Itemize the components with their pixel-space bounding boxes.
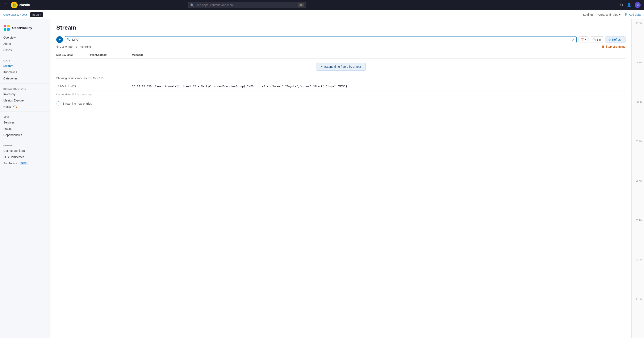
refresh-button[interactable]: ↻ Refresh: [605, 36, 626, 43]
sidebar-label-overview: Overview: [3, 36, 16, 39]
add-data-button[interactable]: 🗄 Add data: [625, 13, 641, 16]
secondary-nav: Observability › Logs › Stream Settings A…: [0, 10, 644, 19]
highlights-icon: 🏷: [76, 45, 78, 48]
top-bar-right: ⚙ 👤 D: [620, 2, 641, 8]
sidebar: Observability Overview Alerts Cases Logs…: [0, 19, 50, 338]
timeline-03am: 03 AM: [632, 139, 644, 143]
time-label: 1 m: [597, 38, 602, 41]
calendar-button[interactable]: 📅 ▾: [578, 36, 589, 43]
sidebar-divider-2: [0, 83, 50, 83]
sidebar-item-anomalies[interactable]: Anomalies: [0, 69, 50, 75]
sidebar-item-overview[interactable]: Overview: [0, 34, 50, 41]
pause-icon: ⏸: [602, 45, 604, 48]
highlights-filter[interactable]: 🏷 Highlights: [76, 45, 91, 48]
sidebar-label-cases: Cases: [3, 48, 12, 52]
sidebar-item-metrics-explorer[interactable]: Metrics Explorer: [0, 97, 50, 104]
settings-link[interactable]: Settings: [583, 13, 594, 16]
log-timestamp: 15:27:13.340: [56, 84, 90, 87]
sidebar-label-anomalies: Anomalies: [3, 70, 17, 74]
sidebar-item-services[interactable]: Services: [0, 119, 50, 126]
col-header-message: Message: [132, 53, 626, 56]
clear-search-button[interactable]: ✕: [572, 38, 574, 42]
sidebar-label-inventory: Inventory: [3, 92, 16, 96]
breadcrumb-observability[interactable]: Observability: [3, 13, 19, 16]
sidebar-section-apm: APM: [0, 113, 50, 119]
sidebar-brand-label: Observability: [12, 26, 32, 29]
timeline-09am: 09 AM: [632, 218, 644, 221]
col-header-date: Dec 19, 2023: [56, 53, 90, 56]
timeline-06am: 06 AM: [632, 179, 644, 182]
loading-spinner: [56, 102, 60, 106]
sidebar-label-stream: Stream: [3, 64, 13, 67]
stop-streaming-label: Stop streaming: [606, 45, 626, 48]
chevron-down-icon: ▾: [619, 13, 620, 16]
time-controls: 📅 ▾ 🕐 1 m ↻ Refresh: [578, 36, 626, 43]
svg-point-3: [12, 3, 14, 7]
table-row[interactable]: 15:27:13.340 15:27:12.830 [Camel (camel-…: [56, 82, 626, 91]
sidebar-item-inventory[interactable]: Inventory: [0, 91, 50, 97]
gear-icon[interactable]: ⚙: [620, 3, 624, 7]
sidebar-item-tls-certificates[interactable]: TLS Certificates: [0, 154, 50, 160]
sidebar-item-dependencies[interactable]: Dependencies: [0, 132, 50, 138]
top-bar: ☰ elastic 🔍 ⌘/ ⚙ 👤 D: [0, 0, 644, 10]
extend-timeframe-button[interactable]: ∧ Extend time frame by 1 hour: [316, 63, 366, 71]
search-shortcut: ⌘/: [298, 3, 304, 7]
main-content: Stream + 🔍 ✕ 📅 ▾ 🕐 1 m ↻ Refr: [50, 19, 632, 338]
filter-bar: + 🔍 ✕ 📅 ▾ 🕐 1 m ↻ Refresh: [56, 36, 626, 43]
sidebar-brand: Observability: [0, 23, 50, 34]
sidebar-divider-1: [0, 55, 50, 55]
sidebar-divider-3: [0, 112, 50, 112]
sidebar-item-cases[interactable]: Cases: [0, 47, 50, 53]
customize-label: Customize: [60, 45, 72, 48]
sidebar-label-synthetics: Synthetics: [3, 162, 17, 165]
user-icon[interactable]: 👤: [627, 3, 632, 7]
global-search-container: 🔍 ⌘/: [188, 2, 306, 8]
beta-badge: BETA: [20, 162, 28, 165]
avatar[interactable]: D: [635, 2, 641, 8]
table-header: Dec 19, 2023 event.dataset Message: [56, 52, 626, 58]
alerts-rules-button[interactable]: Alerts and rules ▾: [598, 13, 620, 16]
extend-label: Extend time frame by 1 hour: [324, 65, 361, 68]
filter-search-icon: 🔍: [67, 38, 70, 41]
alerts-rules-label: Alerts and rules: [598, 13, 618, 16]
global-search-input[interactable]: [188, 2, 306, 8]
sidebar-label-dependencies: Dependencies: [3, 133, 22, 137]
sidebar-label-tls-certificates: TLS Certificates: [3, 155, 24, 159]
log-search-input[interactable]: [65, 36, 576, 43]
search-icon: 🔍: [190, 3, 194, 7]
svg-rect-6: [7, 25, 10, 27]
sidebar-label-traces: Traces: [3, 127, 12, 130]
add-filter-button[interactable]: +: [56, 36, 63, 43]
highlights-label: Highlights: [80, 45, 91, 48]
sidebar-item-uptime-monitors[interactable]: Uptime Monitors: [0, 148, 50, 154]
stop-streaming-button[interactable]: ⏸ Stop streaming: [602, 45, 626, 48]
customize-filter[interactable]: ⚙ Customize: [56, 45, 72, 48]
sidebar-section-infra: Infrastructure: [0, 85, 50, 91]
sidebar-item-alerts[interactable]: Alerts: [0, 41, 50, 47]
timeline-03pm: 03 PM: [632, 297, 644, 300]
sidebar-label-metrics-explorer: Metrics Explorer: [3, 99, 24, 102]
sidebar-section-uptime: Uptime: [0, 142, 50, 148]
sidebar-item-traces[interactable]: Traces: [0, 126, 50, 132]
sidebar-item-categories[interactable]: Categories: [0, 75, 50, 82]
svg-rect-5: [4, 25, 6, 27]
breadcrumb-logs[interactable]: Logs: [22, 13, 28, 16]
timeline-06pm: 06 PM: [632, 21, 644, 24]
search-container: 🔍 ✕: [65, 36, 576, 43]
svg-point-4: [14, 3, 16, 7]
sidebar-item-hosts[interactable]: Hosts !: [0, 104, 50, 110]
sidebar-divider-4: [0, 140, 50, 140]
sub-filters: ⚙ Customize 🏷 Highlights ⏸ Stop streamin…: [56, 45, 626, 48]
svg-rect-7: [4, 28, 6, 31]
hamburger-button[interactable]: ☰: [3, 2, 8, 8]
streaming-label: Streaming new entries: [62, 102, 92, 105]
database-icon: 🗄: [625, 13, 628, 16]
elastic-label: elastic: [19, 3, 30, 7]
time-interval-button[interactable]: 🕐 1 m: [590, 36, 604, 43]
sidebar-item-stream[interactable]: Stream: [0, 63, 50, 69]
calendar-icon: 📅: [580, 38, 584, 41]
sidebar-item-synthetics[interactable]: Synthetics BETA: [0, 160, 50, 167]
breadcrumb-stream: Stream: [30, 12, 43, 17]
observability-icon: [3, 24, 10, 31]
svg-rect-8: [7, 28, 10, 31]
